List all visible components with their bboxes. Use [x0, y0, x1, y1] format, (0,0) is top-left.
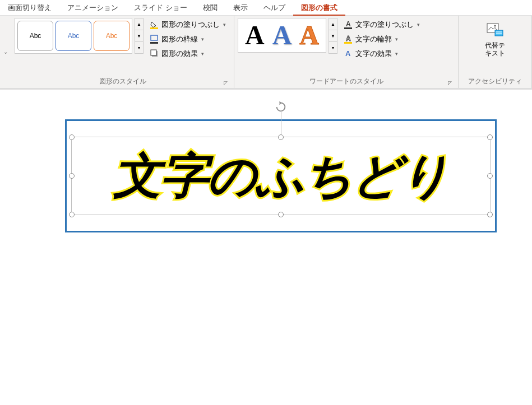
shape-outline-label: 図形の枠線 [161, 34, 198, 44]
shape-effects-label: 図形の効果 [161, 49, 198, 59]
tab-shape-format[interactable]: 図形の書式 [293, 0, 345, 16]
wordart-styles-group-label: ワードアートのスタイル ◸ [238, 75, 455, 88]
chevron-down-icon: ▾ [417, 22, 420, 27]
text-outline-icon: A [344, 35, 353, 44]
pen-outline-icon [150, 35, 159, 44]
ribbon-overflow-left[interactable]: ⌄ [0, 16, 11, 88]
gallery-down-icon[interactable]: ▼ [135, 30, 143, 42]
chevron-down-icon: ▾ [201, 51, 204, 57]
resize-handle-sw[interactable] [69, 212, 75, 217]
svg-point-11 [494, 25, 496, 27]
svg-rect-2 [150, 42, 158, 44]
shape-gallery-scroll: ▲ ▼ ▾ [135, 18, 144, 54]
tab-transitions[interactable]: 画面切り替え [0, 0, 59, 16]
group-wordart-styles: A A A ▲ ▼ ▾ A 文字の塗りつぶし ▾ A [234, 16, 459, 88]
slide-canvas[interactable]: 文字のふちどり [0, 89, 532, 402]
resize-handle-ne[interactable] [487, 134, 493, 140]
text-outline-button[interactable]: A 文字の輪郭 ▾ [342, 32, 422, 46]
rotate-connector [281, 112, 281, 137]
wordart-gallery-scroll: ▲ ▼ ▾ [329, 18, 337, 54]
resize-handle-se[interactable] [487, 212, 493, 217]
dialog-launcher-icon[interactable]: ◸ [446, 79, 454, 87]
tab-slideshow[interactable]: スライド ショー [126, 0, 195, 16]
shape-fill-button[interactable]: 図形の塗りつぶし ▾ [148, 18, 228, 31]
wordart-text-content[interactable]: 文字のふちどり [67, 143, 495, 209]
wordart-gallery: A A A [238, 18, 326, 53]
svg-rect-8 [344, 42, 352, 44]
resize-handle-n[interactable] [278, 134, 284, 140]
shape-fill-label: 図形の塗りつぶし [161, 20, 220, 30]
svg-rect-1 [151, 35, 158, 40]
shape-style-preview-1[interactable]: Abc [17, 21, 53, 51]
text-effects-button[interactable]: A 文字の効果 ▾ [342, 47, 422, 60]
tab-animations[interactable]: アニメーション [59, 0, 126, 16]
gallery-more-icon[interactable]: ▾ [135, 42, 143, 53]
svg-rect-12 [495, 30, 503, 36]
svg-rect-4 [151, 50, 156, 55]
tab-view[interactable]: 表示 [225, 0, 256, 16]
text-fill-label: 文字の塗りつぶし [355, 20, 414, 30]
ribbon-content: ⌄ Abc Abc Abc ▲ ▼ ▾ 図形の塗りつぶし ▾ [0, 16, 532, 89]
dialog-launcher-icon[interactable]: ◸ [221, 79, 229, 87]
shape-style-gallery: Abc Abc Abc [15, 18, 132, 54]
accessibility-group-label: アクセシビリティ [462, 75, 528, 88]
gallery-up-icon[interactable]: ▲ [135, 18, 143, 30]
text-fill-icon: A [344, 20, 353, 29]
tab-review[interactable]: 校閲 [195, 0, 225, 16]
shape-outline-button[interactable]: 図形の枠線 ▾ [148, 32, 228, 46]
shape-style-preview-2[interactable]: Abc [55, 21, 91, 51]
tab-help[interactable]: ヘルプ [256, 0, 293, 16]
shape-style-preview-3[interactable]: Abc [94, 21, 129, 51]
wordart-preview-2[interactable]: A [272, 22, 292, 49]
group-accessibility: 代替テ キスト アクセシビリティ [459, 16, 532, 88]
alt-text-label-1: 代替テ [485, 41, 505, 49]
svg-text:A: A [346, 35, 351, 43]
gallery-down-icon[interactable]: ▼ [329, 30, 337, 42]
svg-rect-6 [344, 27, 352, 29]
alt-text-icon [486, 21, 504, 39]
paint-bucket-icon [150, 20, 159, 29]
text-effects-label: 文字の効果 [355, 49, 392, 59]
gallery-more-icon[interactable]: ▾ [329, 42, 337, 53]
svg-text:A: A [346, 20, 351, 28]
resize-handle-s[interactable] [278, 212, 284, 217]
wordart-preview-1[interactable]: A [245, 22, 265, 49]
svg-text:A: A [345, 49, 351, 58]
chevron-down-icon: ▾ [395, 51, 398, 57]
text-effects-icon: A [344, 49, 353, 58]
alt-text-label-2: キスト [485, 49, 505, 57]
chevron-down-icon: ▾ [395, 36, 398, 42]
svg-rect-0 [150, 27, 158, 29]
resize-handle-nw[interactable] [69, 134, 75, 140]
alt-text-button[interactable]: 代替テ キスト [479, 18, 511, 61]
text-fill-button[interactable]: A 文字の塗りつぶし ▾ [342, 18, 422, 31]
ribbon-tabs: 画面切り替え アニメーション スライド ショー 校閲 表示 ヘルプ 図形の書式 [0, 0, 532, 16]
rotate-handle-icon[interactable] [275, 101, 287, 113]
wordart-preview-3[interactable]: A [299, 22, 319, 49]
effects-icon [150, 49, 159, 58]
shape-effects-button[interactable]: 図形の効果 ▾ [148, 47, 228, 60]
chevron-down-icon: ▾ [223, 22, 226, 27]
chevron-down-icon: ▾ [201, 36, 204, 42]
group-shape-styles: Abc Abc Abc ▲ ▼ ▾ 図形の塗りつぶし ▾ [11, 16, 234, 88]
text-outline-label: 文字の輪郭 [355, 34, 392, 44]
gallery-up-icon[interactable]: ▲ [329, 18, 337, 30]
shape-styles-group-label: 図形のスタイル ◸ [15, 75, 230, 88]
selected-text-box[interactable]: 文字のふちどり [65, 119, 497, 232]
